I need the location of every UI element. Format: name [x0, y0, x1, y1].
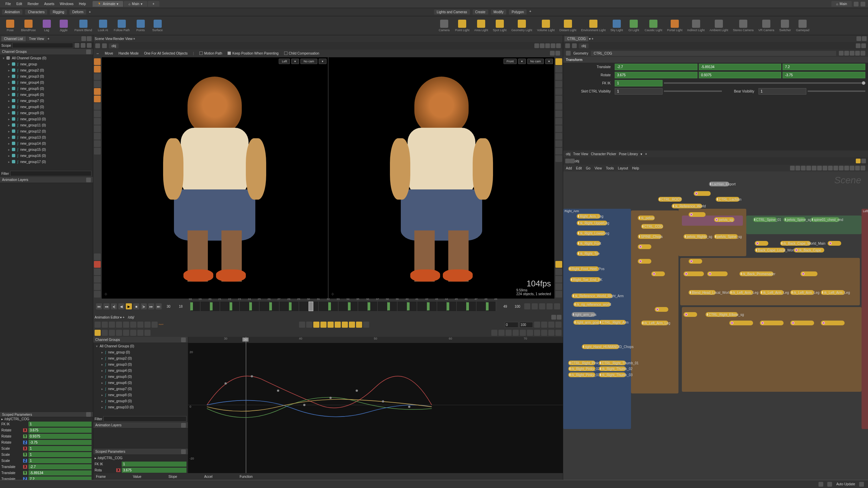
desktop-tab-add[interactable]: + — [148, 1, 159, 7]
prev-key-btn[interactable]: ◂◂ — [103, 303, 110, 309]
sb-icon[interactable] — [818, 482, 823, 487]
node-graph[interactable]: Scene Right_ArmLeft_LegLachlan_ExportCTR… — [563, 171, 868, 480]
tree-item[interactable]: ▸∫new_group11 (0) — [0, 122, 93, 128]
tool-12[interactable] — [94, 148, 101, 155]
np-menu-Edit[interactable]: Edit — [576, 166, 582, 170]
node[interactable]: rk_Back_Cape_World_Main — [780, 241, 811, 246]
tree-item[interactable]: ▸∫new_group8 (0) — [93, 392, 188, 398]
node[interactable]: rk_Left_Arm_Leg — [821, 290, 845, 295]
tool-Volume Light[interactable]: Volume Light — [536, 19, 556, 33]
tool-9[interactable] — [94, 125, 101, 132]
child-comp-check[interactable] — [284, 52, 288, 55]
node[interactable]: pelvis_Rights_sg — [684, 234, 707, 239]
node[interactable]: rk_Left_Arm_Leg — [760, 290, 784, 295]
motion-path-check[interactable] — [199, 52, 203, 55]
end-frame[interactable]: 49 — [500, 305, 511, 308]
auto-update-toggle[interactable]: Auto Update — [836, 482, 855, 486]
node[interactable]: rk_rig_reference_world — [573, 302, 611, 307]
node[interactable]: rk_Back_Cape — [794, 248, 824, 252]
gear-icon[interactable] — [839, 51, 844, 56]
node[interactable]: rk_pelvis — [638, 216, 655, 220]
tree-item[interactable]: ▸∫new_group16 (0) — [0, 152, 93, 159]
gear-icon[interactable] — [181, 449, 186, 454]
np-tab-pose[interactable]: Pose Library — [619, 152, 638, 156]
shelf-tab-add-r[interactable]: + — [529, 9, 531, 15]
disp-tool-12[interactable] — [555, 140, 562, 147]
menu-help[interactable]: Help — [76, 1, 89, 7]
np-menu-Add[interactable]: Add — [566, 166, 572, 170]
tool-8[interactable] — [94, 118, 101, 125]
node[interactable]: rk_Left_Arm_Leg — [790, 290, 814, 295]
tree-item[interactable]: ▸∫new_group14 (0) — [0, 140, 93, 146]
node-region[interactable] — [682, 307, 862, 392]
tool-5[interactable] — [94, 96, 101, 102]
chevron-down-icon[interactable]: ▾ — [117, 2, 118, 6]
tool-Switcher[interactable]: Switcher — [777, 19, 792, 33]
tool-Spot Light[interactable]: Spot Light — [492, 19, 508, 33]
gear-icon[interactable] — [181, 338, 186, 342]
gear-icon[interactable] — [181, 423, 186, 428]
node[interactable]: rk_Right_Thumb_03 — [599, 372, 626, 377]
timeline-track[interactable]: 1819202122232425262728293031323334353637… — [190, 302, 496, 311]
tl-opt-4[interactable] — [547, 303, 553, 309]
node[interactable]: Right_Toe_End_FK — [570, 277, 600, 282]
np-menu-Layout[interactable]: Layout — [618, 166, 628, 170]
node[interactable]: Right_Foot_Heel_Pos — [568, 266, 599, 271]
tree-item[interactable]: ▸∫new_group10 (0) — [0, 116, 93, 122]
range-end[interactable] — [519, 322, 533, 328]
disp-tool-1[interactable] — [555, 58, 562, 65]
tl-opt-3[interactable] — [539, 303, 545, 309]
home-icon[interactable] — [570, 159, 575, 163]
next-key-btn[interactable]: ▸▸ — [148, 303, 154, 309]
np-tab-obj[interactable]: obj — [566, 152, 570, 156]
tree-item[interactable]: ▸∫new_group17 (0) — [0, 159, 93, 165]
node[interactable]: CTRL_Right_Arm — [599, 320, 626, 325]
scoped-param[interactable]: RotateY0.9375 — [0, 433, 93, 439]
transform-section[interactable]: Transform — [563, 57, 868, 63]
graph-canvas[interactable]: 3040506070 30 20 0 -20 — [188, 337, 563, 473]
np-tab-charpick[interactable]: Character Picker — [591, 152, 616, 156]
node[interactable] — [684, 271, 704, 276]
node[interactable]: rk_Right_LowerLeg — [577, 231, 606, 236]
gear-icon[interactable] — [86, 412, 91, 417]
tab-scene-view[interactable]: Scene View — [95, 37, 113, 41]
node[interactable]: CTRL_COG — [641, 224, 663, 229]
disp-tool-b4[interactable] — [555, 283, 562, 290]
start-frame[interactable]: 18 — [175, 305, 186, 308]
scope-icon1[interactable] — [75, 43, 79, 48]
node[interactable] — [801, 271, 817, 276]
disp-tool-b5[interactable] — [555, 291, 562, 298]
pin-icon[interactable] — [81, 36, 86, 41]
scope-dropdown[interactable]: One For All Selected Objects — [144, 52, 188, 55]
scoped-param[interactable]: RotateX3.675 — [0, 427, 93, 433]
help-icon[interactable] — [861, 2, 865, 6]
current-frame[interactable]: 30 — [163, 305, 174, 308]
desktop-tab-animate[interactable]: 🏃Animate▾ — [93, 1, 123, 7]
tool-GI Light[interactable]: GI Light — [626, 19, 641, 33]
tree-item[interactable]: ▸∫new_group2 (0) — [93, 355, 188, 361]
tool-BlendPose[interactable]: BlendPose — [20, 19, 37, 33]
node[interactable] — [638, 259, 651, 264]
total-frames[interactable]: 100 — [512, 305, 523, 308]
tree-item[interactable]: ▸∫new_group6 (0) — [93, 380, 188, 386]
vp-icon[interactable] — [540, 43, 545, 48]
tool-10[interactable] — [94, 133, 101, 140]
disp-tool-2[interactable] — [555, 66, 562, 73]
tl-opt-5[interactable] — [554, 303, 560, 309]
node[interactable]: rk_Right_Pinky_03 — [568, 372, 595, 377]
tab-render-view[interactable]: Render View — [113, 37, 133, 41]
tool-b2[interactable] — [94, 276, 101, 283]
disp-tool-11[interactable] — [555, 133, 562, 140]
shelf-tab-add[interactable]: + — [89, 10, 91, 14]
move-tool[interactable] — [94, 66, 101, 73]
np-tab-tree[interactable]: Tree View — [573, 152, 588, 156]
filter-input[interactable] — [10, 171, 92, 176]
snap-tool[interactable] — [94, 253, 101, 260]
scoped-param[interactable]: ScaleZ1 — [0, 458, 93, 464]
tool-Look At[interactable]: Look At — [96, 19, 111, 33]
prev-frame-btn[interactable]: ◂| — [111, 303, 117, 309]
node[interactable]: CTRL_Lachlan — [716, 197, 739, 202]
tool-b1[interactable] — [94, 268, 101, 275]
back-icon[interactable] — [95, 43, 100, 48]
tool-b4[interactable] — [94, 291, 101, 298]
